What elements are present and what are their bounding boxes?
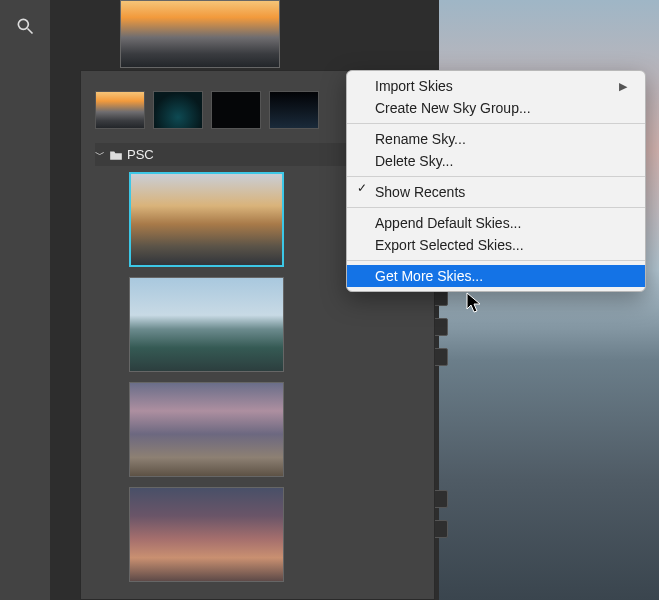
recent-thumbs-row: [95, 91, 319, 129]
sky-thumb[interactable]: [129, 277, 284, 372]
recent-thumb[interactable]: [211, 91, 261, 129]
group-name: PSC: [127, 147, 154, 162]
menu-import-skies[interactable]: Import Skies ▶: [347, 75, 645, 97]
menu-label: Create New Sky Group...: [375, 100, 531, 116]
menu-label: Export Selected Skies...: [375, 237, 524, 253]
menu-label: Delete Sky...: [375, 153, 453, 169]
sky-thumb[interactable]: [129, 487, 284, 582]
menu-export-selected-skies[interactable]: Export Selected Skies...: [347, 234, 645, 256]
folder-icon: [109, 149, 123, 161]
menu-append-default-skies[interactable]: Append Default Skies...: [347, 212, 645, 234]
menu-get-more-skies[interactable]: Get More Skies...: [347, 265, 645, 287]
zoom-tool-icon[interactable]: [9, 10, 41, 42]
menu-label: Append Default Skies...: [375, 215, 521, 231]
sky-thumb[interactable]: [129, 382, 284, 477]
menu-separator: [347, 207, 645, 208]
tool-sidebar: [0, 0, 50, 600]
menu-separator: [347, 176, 645, 177]
menu-label: Get More Skies...: [375, 268, 483, 284]
recent-thumb[interactable]: [269, 91, 319, 129]
menu-create-sky-group[interactable]: Create New Sky Group...: [347, 97, 645, 119]
chevron-right-icon: ▶: [619, 80, 627, 93]
menu-label: Show Recents: [375, 184, 465, 200]
menu-delete-sky[interactable]: Delete Sky...: [347, 150, 645, 172]
menu-label: Rename Sky...: [375, 131, 466, 147]
preview-strip: [80, 0, 305, 70]
svg-point-0: [18, 19, 28, 29]
recent-thumb[interactable]: [153, 91, 203, 129]
current-sky-preview: [120, 0, 280, 68]
check-icon: ✓: [357, 181, 367, 195]
menu-separator: [347, 123, 645, 124]
menu-rename-sky[interactable]: Rename Sky...: [347, 128, 645, 150]
menu-label: Import Skies: [375, 78, 453, 94]
chevron-down-icon: ﹀: [95, 148, 105, 162]
svg-line-1: [28, 29, 33, 34]
menu-show-recents[interactable]: Show Recents: [347, 181, 645, 203]
menu-separator: [347, 260, 645, 261]
sky-context-menu: Import Skies ▶ Create New Sky Group... R…: [346, 70, 646, 292]
recent-thumb[interactable]: [95, 91, 145, 129]
sky-thumb[interactable]: [129, 172, 284, 267]
